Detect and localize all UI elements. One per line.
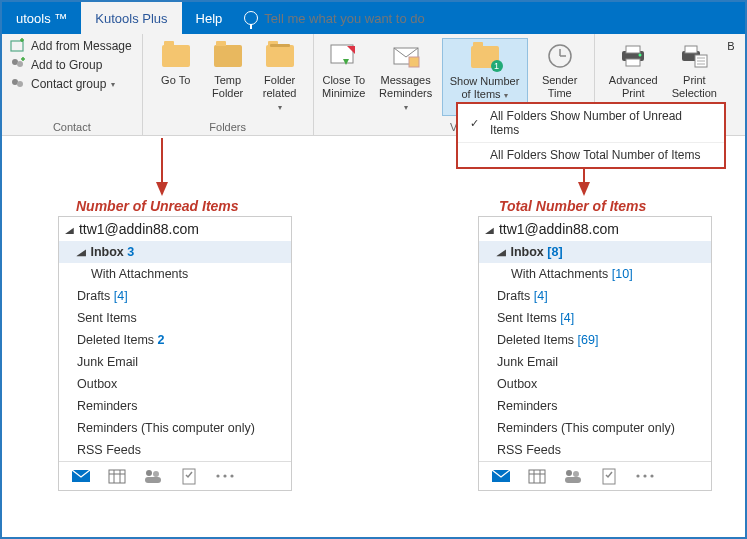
- contact-group-dropdown[interactable]: Contact group ▾: [10, 76, 134, 92]
- annotation-total-label: Total Number of Items: [499, 198, 646, 214]
- folder-count: [69]: [578, 333, 599, 347]
- svg-rect-16: [626, 46, 640, 53]
- folder-name: Drafts: [77, 289, 110, 303]
- folder-count: [8]: [547, 245, 562, 259]
- tab-kutools[interactable]: utools ™: [2, 2, 81, 34]
- chevron-down-icon: ▾: [111, 80, 115, 89]
- folder-item[interactable]: Outbox: [59, 373, 291, 395]
- folder-count: [4]: [114, 289, 128, 303]
- folder-item[interactable]: ◢ Inbox [8]: [479, 241, 711, 263]
- close-minimize-icon: [328, 40, 360, 72]
- folder-item[interactable]: Reminders (This computer only): [59, 417, 291, 439]
- people-icon[interactable]: [563, 468, 583, 484]
- ribbon-tab-strip: utools ™ Kutools Plus Help: [2, 2, 745, 34]
- more-icon[interactable]: [635, 468, 655, 484]
- print-selection-button[interactable]: Print Selection: [666, 38, 723, 102]
- printer-icon: [617, 40, 649, 72]
- folder-item[interactable]: Junk Email: [59, 351, 291, 373]
- folder-item[interactable]: RSS Feeds: [59, 439, 291, 461]
- people-icon[interactable]: [143, 468, 163, 484]
- folder-related-dropdown[interactable]: Folder related ▾: [255, 38, 305, 116]
- account-header[interactable]: ◢ ttw1@addin88.com: [59, 217, 291, 241]
- folder-item[interactable]: Deleted Items [69]: [479, 329, 711, 351]
- nav-bar: [59, 461, 291, 490]
- clock-icon: [544, 40, 576, 72]
- svg-rect-26: [109, 470, 125, 483]
- chevron-down-icon: ▾: [404, 103, 408, 112]
- folder-name: Outbox: [497, 377, 537, 391]
- folder-count: [10]: [612, 267, 633, 281]
- folder-name: Inbox: [90, 245, 123, 259]
- mail-icon[interactable]: [71, 468, 91, 484]
- svg-point-30: [146, 470, 152, 476]
- calendar-icon[interactable]: [527, 468, 547, 484]
- svg-point-31: [153, 471, 159, 477]
- more-icon[interactable]: [215, 468, 235, 484]
- folder-name: Reminders (This computer only): [77, 421, 255, 435]
- advanced-print-button[interactable]: Advanced Print: [603, 38, 664, 102]
- folder-goto-icon: [160, 40, 192, 72]
- folder-name: Inbox: [510, 245, 543, 259]
- chevron-down-icon: ▾: [278, 103, 282, 112]
- tab-help[interactable]: Help: [182, 2, 237, 34]
- svg-point-46: [636, 474, 639, 477]
- folder-item[interactable]: ◢ Inbox 3: [59, 241, 291, 263]
- mail-icon[interactable]: [491, 468, 511, 484]
- folder-item[interactable]: Sent Items [4]: [479, 307, 711, 329]
- tab-kutools-plus[interactable]: Kutools Plus: [81, 2, 181, 34]
- svg-rect-38: [529, 470, 545, 483]
- menu-item-unread[interactable]: ✓ All Folders Show Number of Unread Item…: [458, 104, 724, 143]
- folder-related-icon: [264, 40, 296, 72]
- add-from-message-button[interactable]: Add from Message: [10, 38, 134, 54]
- temp-folder-button[interactable]: Temp Folder: [203, 38, 253, 116]
- folder-name: Drafts: [497, 289, 530, 303]
- svg-rect-44: [565, 477, 581, 483]
- folder-item[interactable]: Outbox: [479, 373, 711, 395]
- messages-reminders-dropdown[interactable]: Messages Reminders ▾: [372, 38, 440, 116]
- add-to-group-button[interactable]: Add to Group: [10, 57, 134, 73]
- tasks-icon[interactable]: [179, 468, 199, 484]
- goto-button[interactable]: Go To: [151, 38, 201, 116]
- folder-name: Junk Email: [497, 355, 558, 369]
- svg-rect-11: [409, 57, 419, 67]
- tell-me-input[interactable]: [264, 11, 464, 26]
- menu-item-total[interactable]: All Folders Show Total Number of Items: [458, 143, 724, 167]
- folder-name: Sent Items: [497, 311, 557, 325]
- folder-pane-total: ◢ ttw1@addin88.com ◢ Inbox [8]With Attac…: [478, 216, 712, 491]
- folder-item[interactable]: Deleted Items 2: [59, 329, 291, 351]
- folder-item[interactable]: Sent Items: [59, 307, 291, 329]
- folder-name: With Attachments: [91, 267, 188, 281]
- folder-item[interactable]: Drafts [4]: [59, 285, 291, 307]
- svg-rect-17: [626, 59, 640, 66]
- expand-caret-icon: ◢: [65, 226, 73, 235]
- folder-item[interactable]: Junk Email: [479, 351, 711, 373]
- folder-item[interactable]: Drafts [4]: [479, 285, 711, 307]
- folder-name: Deleted Items: [77, 333, 154, 347]
- message-reminder-icon: [390, 40, 422, 72]
- folder-name: RSS Feeds: [497, 443, 561, 457]
- group-label-folders: Folders: [151, 119, 305, 133]
- ribbon-more: B: [725, 38, 737, 102]
- add-contact-icon: [10, 38, 26, 54]
- close-to-minimize-button[interactable]: Close To Minimize: [318, 38, 370, 116]
- svg-point-42: [566, 470, 572, 476]
- folder-item[interactable]: With Attachments [10]: [479, 263, 711, 285]
- svg-point-48: [650, 474, 653, 477]
- folder-item[interactable]: Reminders: [479, 395, 711, 417]
- calendar-icon[interactable]: [107, 468, 127, 484]
- folder-name: Reminders: [497, 399, 557, 413]
- add-group-icon: [10, 57, 26, 73]
- folder-number-icon: 1: [469, 41, 501, 73]
- folder-item[interactable]: Reminders (This computer only): [479, 417, 711, 439]
- group-label-contact: Contact: [10, 119, 134, 133]
- expand-caret-icon: ◢: [77, 248, 85, 257]
- folder-item[interactable]: With Attachments: [59, 263, 291, 285]
- folder-count: 3: [127, 245, 134, 259]
- folder-item[interactable]: RSS Feeds: [479, 439, 711, 461]
- folder-pane-unread: ◢ ttw1@addin88.com ◢ Inbox 3With Attachm…: [58, 216, 292, 491]
- tasks-icon[interactable]: [599, 468, 619, 484]
- show-number-dropdown-menu: ✓ All Folders Show Number of Unread Item…: [456, 102, 726, 169]
- account-header[interactable]: ◢ ttw1@addin88.com: [479, 217, 711, 241]
- folder-item[interactable]: Reminders: [59, 395, 291, 417]
- chevron-down-icon: ▾: [504, 91, 508, 100]
